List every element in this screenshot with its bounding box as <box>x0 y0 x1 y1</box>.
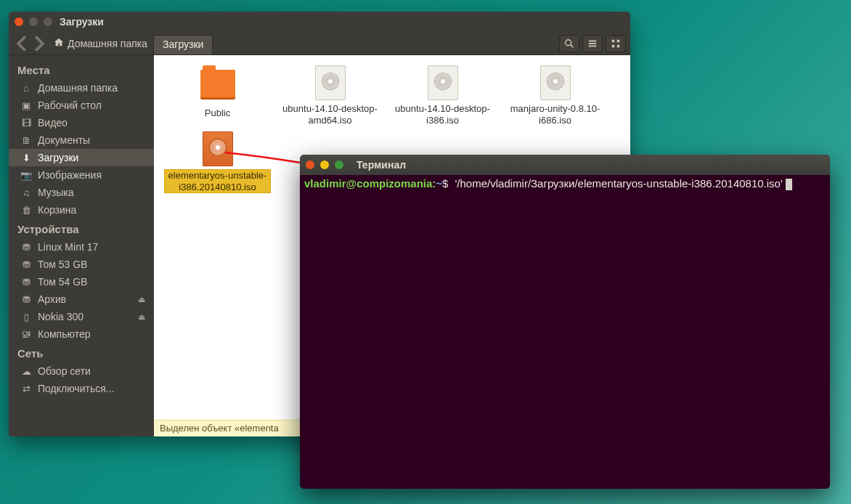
sidebar-item-video[interactable]: 🎞Видео <box>9 114 154 131</box>
sidebar-item-music[interactable]: ♫Музыка <box>9 184 154 201</box>
breadcrumb-home[interactable]: Домашняя папка <box>48 34 153 52</box>
file-iso[interactable]: ubuntu-14.10-desktop-amd64.iso <box>274 61 386 127</box>
svg-rect-4 <box>589 45 597 46</box>
terminal-cursor <box>786 179 792 190</box>
sidebar-item-label: Загрузки <box>38 152 78 163</box>
sidebar-item-home[interactable]: ⌂Домашняя папка <box>9 79 154 97</box>
svg-rect-7 <box>612 44 615 47</box>
fm-toolbar: Домашняя папка Загрузки <box>9 32 630 55</box>
window-title: Терминал <box>357 159 406 171</box>
file-label: Public <box>164 107 271 119</box>
home-icon <box>54 37 64 49</box>
minimize-icon[interactable] <box>29 17 38 26</box>
disc-icon <box>540 65 571 100</box>
drive-icon: ⛃ <box>20 277 32 288</box>
sidebar-item-label: Документы <box>38 134 90 146</box>
drive-icon: ⛃ <box>20 259 32 270</box>
disc-icon <box>203 131 233 166</box>
home-icon: ⌂ <box>20 83 32 94</box>
drive-icon: ⛃ <box>20 242 32 253</box>
close-icon[interactable] <box>15 17 23 26</box>
sidebar-item-label: Видео <box>38 117 68 129</box>
sidebar-item-downloads[interactable]: ⬇Загрузки <box>9 149 154 166</box>
music-icon: ♫ <box>20 187 32 198</box>
sidebar-header-places: Места <box>9 60 154 79</box>
terminal-body[interactable]: vladimir@compizomania:~$ '/home/vladimir… <box>300 175 830 489</box>
eject-icon[interactable]: ⏏ <box>138 295 145 304</box>
list-view-button[interactable] <box>582 35 603 52</box>
svg-line-1 <box>571 44 574 47</box>
drive-icon: ⛃ <box>20 294 32 305</box>
svg-point-0 <box>566 39 571 45</box>
sidebar-item-network-browse[interactable]: ☁Обзор сети <box>9 362 154 380</box>
file-label: ubuntu-14.10-desktop-amd64.iso <box>277 103 383 126</box>
file-label: elementaryos-unstable-i386.20140810.iso <box>164 169 271 193</box>
prompt-user: vladimir@compizomania <box>304 177 432 190</box>
breadcrumb-current[interactable]: Загрузки <box>153 35 213 54</box>
sidebar-item-label: Linux Mint 17 <box>38 241 98 253</box>
sidebar-item-label: Музыка <box>38 187 74 198</box>
desktop-icon: ▣ <box>20 100 32 111</box>
file-label: manjaro-unity-0.8.10-i686.iso <box>502 103 608 126</box>
disc-icon <box>428 65 458 100</box>
phone-icon: ▯ <box>20 312 32 322</box>
prompt-symbol: $ <box>442 177 448 190</box>
file-iso-selected[interactable]: elementaryos-unstable-i386.20140810.iso <box>161 127 274 195</box>
search-button[interactable] <box>559 35 579 52</box>
forward-button[interactable] <box>30 35 48 52</box>
minimize-icon[interactable] <box>320 160 329 169</box>
sidebar-item-device[interactable]: ⛃Том 53 GB <box>9 256 154 273</box>
maximize-icon[interactable] <box>335 160 343 169</box>
sidebar-item-label: Подключиться... <box>38 383 114 394</box>
back-button[interactable] <box>13 35 30 52</box>
prompt-path: ~ <box>436 177 442 190</box>
term-titlebar[interactable]: Терминал <box>300 155 830 175</box>
sidebar-item-trash[interactable]: 🗑Корзина <box>9 201 154 219</box>
sidebar-item-label: Архив <box>38 293 66 305</box>
sidebar-item-label: Домашняя папка <box>38 82 118 94</box>
file-iso[interactable]: ubuntu-14.10-desktop-i386.iso <box>386 61 499 127</box>
sidebar: Места ⌂Домашняя папка ▣Рабочий стол 🎞Вид… <box>9 55 154 420</box>
file-folder[interactable]: Public <box>161 61 274 127</box>
terminal-window: Терминал vladimir@compizomania:~$ '/home… <box>300 155 830 489</box>
sidebar-item-device[interactable]: ⛃Архив⏏ <box>9 290 154 308</box>
svg-rect-2 <box>589 40 597 41</box>
documents-icon: 🗎 <box>20 135 32 146</box>
svg-rect-3 <box>589 43 597 44</box>
window-controls <box>306 160 343 169</box>
trash-icon: 🗑 <box>20 205 32 216</box>
sidebar-item-label: Nokia 300 <box>38 311 84 322</box>
sidebar-item-label: Том 54 GB <box>38 276 87 288</box>
file-iso[interactable]: manjaro-unity-0.8.10-i686.iso <box>499 61 611 127</box>
sidebar-item-label: Компьютер <box>38 328 90 340</box>
grid-view-button[interactable] <box>606 35 626 52</box>
close-icon[interactable] <box>306 160 314 169</box>
maximize-icon[interactable] <box>44 17 52 26</box>
svg-rect-5 <box>612 39 615 42</box>
svg-rect-6 <box>617 39 620 42</box>
sidebar-item-label: Изображения <box>38 169 102 181</box>
sidebar-item-desktop[interactable]: ▣Рабочий стол <box>9 97 154 114</box>
sidebar-item-device[interactable]: ⛃Linux Mint 17 <box>9 238 154 256</box>
sidebar-item-label: Том 53 GB <box>38 259 87 270</box>
video-icon: 🎞 <box>20 118 32 129</box>
file-label: ubuntu-14.10-desktop-i386.iso <box>389 103 496 126</box>
sidebar-item-computer[interactable]: 🖳Компьютер <box>9 325 154 343</box>
sidebar-item-device[interactable]: ⛃Том 54 GB <box>9 273 154 290</box>
downloads-icon: ⬇ <box>20 153 32 163</box>
sidebar-item-network-connect[interactable]: ⇄Подключиться... <box>9 380 154 397</box>
eject-icon[interactable]: ⏏ <box>138 312 145 322</box>
sidebar-item-label: Обзор сети <box>38 365 91 377</box>
sidebar-item-device[interactable]: ▯Nokia 300⏏ <box>9 308 154 325</box>
connect-icon: ⇄ <box>20 383 32 394</box>
fm-titlebar[interactable]: Загрузки <box>9 12 630 32</box>
sidebar-item-label: Корзина <box>38 204 76 216</box>
sidebar-item-pictures[interactable]: 📷Изображения <box>9 166 154 184</box>
window-title: Загрузки <box>60 16 104 28</box>
breadcrumb-home-label: Домашняя папка <box>68 38 147 49</box>
disc-icon <box>315 65 346 100</box>
sidebar-item-label: Рабочий стол <box>38 99 102 111</box>
pictures-icon: 📷 <box>20 170 32 181</box>
sidebar-item-documents[interactable]: 🗎Документы <box>9 131 154 149</box>
svg-rect-8 <box>617 44 620 47</box>
